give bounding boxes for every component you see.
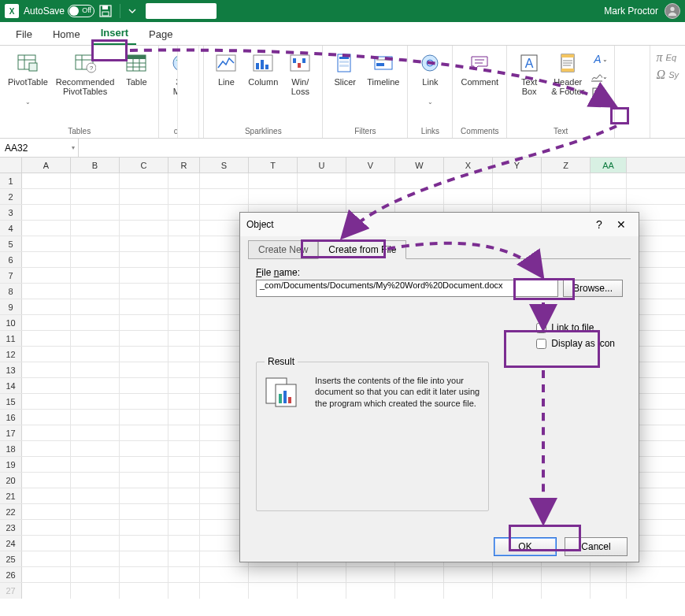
cell[interactable] [200,189,249,204]
cell[interactable] [249,583,298,599]
cell[interactable] [71,378,120,393]
row-header[interactable]: 10 [0,315,22,330]
cell[interactable] [346,173,395,188]
cell[interactable] [71,252,120,267]
col-header[interactable]: V [346,158,395,173]
cell[interactable] [71,394,120,409]
cell[interactable] [298,173,346,188]
display-as-icon-checkbox[interactable]: Display as icon [536,338,615,349]
tab-home[interactable]: Home [45,25,88,45]
cell[interactable] [22,347,71,362]
cell[interactable] [71,331,120,346]
row-header[interactable]: 17 [0,425,22,440]
cell[interactable] [168,473,200,488]
cell[interactable] [168,284,200,299]
cell[interactable] [120,221,168,236]
row-header[interactable]: 26 [0,567,22,582]
cell[interactable] [120,473,168,488]
cell[interactable] [168,441,200,456]
cell[interactable] [168,567,200,582]
cell[interactable] [71,425,120,440]
cell[interactable] [120,504,168,519]
autosave-toggle[interactable]: AutoSave Off [24,5,94,17]
dialog-help-icon[interactable]: ? [588,218,610,231]
cell[interactable] [120,536,168,551]
sparkline-column-button[interactable]: Column [245,49,281,99]
cell[interactable] [22,520,71,535]
cell[interactable] [22,551,71,566]
col-header[interactable]: X [444,158,493,173]
user-avatar-icon[interactable] [665,3,680,19]
row-header[interactable]: 15 [0,394,22,409]
cell[interactable] [249,173,298,188]
cell[interactable] [444,583,493,599]
equation-button[interactable]: πEq [657,50,679,65]
cell[interactable] [168,299,200,314]
cell[interactable] [22,567,71,582]
cell[interactable] [444,189,493,204]
col-header[interactable]: Y [493,158,542,173]
cell[interactable] [493,583,542,599]
cell[interactable] [120,457,168,472]
col-header[interactable]: U [298,158,346,173]
tab-create-new[interactable]: Create New [248,240,318,259]
cell[interactable] [71,362,120,377]
cell[interactable] [22,410,71,425]
cell[interactable] [71,236,120,251]
cell[interactable] [168,315,200,330]
cell[interactable] [22,221,71,236]
cell[interactable] [168,551,200,566]
cell[interactable] [120,520,168,535]
cell[interactable] [168,394,200,409]
cancel-button[interactable]: Cancel [565,537,628,556]
cell[interactable] [71,551,120,566]
cell[interactable] [120,362,168,377]
row-header[interactable]: 22 [0,504,22,519]
col-header[interactable]: R [168,158,200,173]
cell[interactable] [120,394,168,409]
cell[interactable] [71,268,120,283]
formula-bar[interactable] [79,139,685,157]
cell[interactable] [168,536,200,551]
cell[interactable] [168,173,200,188]
col-header[interactable]: C [120,158,168,173]
doc-name-box[interactable] [146,3,217,19]
cell[interactable] [22,173,71,188]
cell[interactable] [249,567,298,582]
link-to-file-checkbox[interactable]: Link to file [536,322,615,333]
cell[interactable] [542,583,591,599]
qat-customize-icon[interactable] [128,7,136,15]
row-header[interactable]: 16 [0,410,22,425]
link-button[interactable]: Link ⌄ [413,49,447,108]
cell[interactable] [71,567,120,582]
cell[interactable] [168,331,200,346]
cell[interactable] [22,583,71,599]
cell[interactable] [542,567,591,582]
col-header[interactable]: W [395,158,444,173]
table-button[interactable]: Table [119,49,154,99]
cell[interactable] [71,504,120,519]
signature-button[interactable]: ⌄ [591,69,608,83]
tab-file[interactable]: File [8,25,40,45]
cell[interactable] [71,488,120,503]
col-header[interactable]: S [200,158,249,173]
cell[interactable] [395,189,444,204]
cell[interactable] [71,457,120,472]
col-header[interactable]: A [22,158,71,173]
cell[interactable] [22,457,71,472]
tab-page[interactable]: Page [141,25,180,45]
cell[interactable] [168,520,200,535]
col-header[interactable]: B [71,158,120,173]
cell[interactable] [71,410,120,425]
cell[interactable] [120,236,168,251]
cell[interactable] [22,315,71,330]
cell[interactable] [168,189,200,204]
cell[interactable] [591,567,627,582]
cell[interactable] [542,189,591,204]
row-header[interactable]: 9 [0,299,22,314]
cell[interactable] [249,189,298,204]
cell[interactable] [120,284,168,299]
cell[interactable] [493,173,542,188]
save-icon[interactable] [99,5,112,17]
cell[interactable] [71,173,120,188]
